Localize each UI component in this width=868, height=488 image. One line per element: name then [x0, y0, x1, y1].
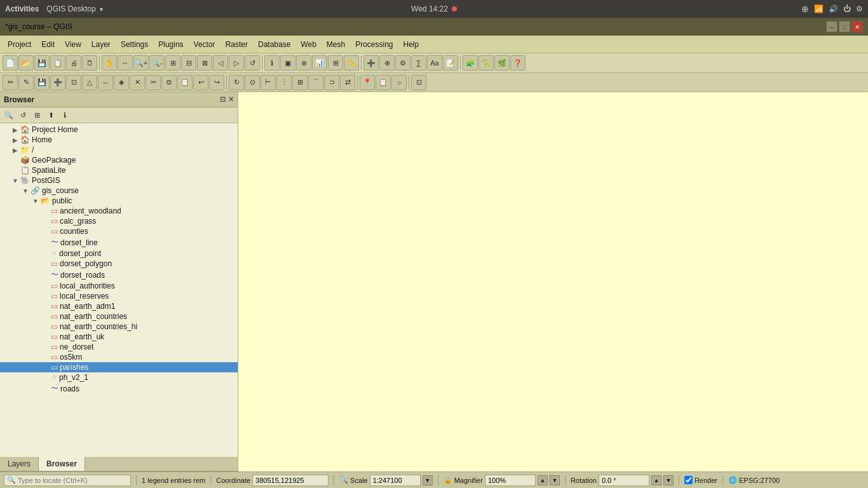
- digitize-shape[interactable]: △: [82, 75, 97, 90]
- refresh-button[interactable]: ↺: [245, 55, 260, 71]
- advanced-digitize-panel[interactable]: ⊡: [411, 75, 426, 90]
- browser-search-icon[interactable]: 🔍: [3, 109, 15, 121]
- rotation-up-btn[interactable]: ▲: [651, 475, 661, 485]
- tree-item-nat-earth-countries[interactable]: ▶ ▭ nat_earth_countries: [0, 311, 238, 322]
- tree-item-dorset-point[interactable]: ▶ ⁘ dorset_point: [0, 248, 238, 259]
- new-project-button[interactable]: 📄: [3, 55, 18, 71]
- menu-database[interactable]: Database: [253, 38, 295, 51]
- tree-item-root[interactable]: ▶ 📁 /: [0, 145, 238, 155]
- copy-features[interactable]: ⧉: [161, 75, 177, 90]
- select-features[interactable]: ▣: [280, 55, 295, 71]
- pan-to-selection[interactable]: ↔: [118, 55, 133, 71]
- save-edits-button[interactable]: 💾: [34, 75, 50, 90]
- menu-processing[interactable]: Processing: [350, 38, 398, 51]
- menu-project[interactable]: Project: [3, 38, 36, 51]
- tree-item-public[interactable]: ▼ 📂 public: [0, 196, 238, 206]
- redo-button[interactable]: ↪: [209, 75, 224, 90]
- map-canvas[interactable]: [238, 92, 868, 471]
- tree-item-home[interactable]: ▶ 🏠 Home: [0, 135, 238, 145]
- panel-dock-icon[interactable]: ⊡: [220, 95, 226, 104]
- open-project-button[interactable]: 📂: [18, 55, 34, 71]
- tree-item-postgis[interactable]: ▼ 🐘 PostGIS: [0, 175, 238, 186]
- power-icon[interactable]: ⏻: [843, 4, 851, 13]
- zoom-in-button[interactable]: 🔍+: [133, 55, 149, 71]
- undo-button[interactable]: ↩: [193, 75, 208, 90]
- zoom-next-button[interactable]: ▷: [229, 55, 244, 71]
- magnifier-up-btn[interactable]: ▲: [538, 475, 548, 485]
- open-field-calculator[interactable]: ⊞: [328, 55, 343, 71]
- volume-icon[interactable]: 🔊: [829, 4, 838, 13]
- add-layer-menu[interactable]: ➕: [363, 55, 379, 71]
- tree-item-nat-earth-countries-hi[interactable]: ▶ ▭ nat_earth_countries_hi: [0, 322, 238, 332]
- pan-tool[interactable]: ✋: [102, 55, 117, 71]
- zoom-full-button[interactable]: ⊞: [165, 55, 180, 71]
- render-checkbox[interactable]: [684, 476, 693, 484]
- zoom-to-layer[interactable]: ⊟: [181, 55, 196, 71]
- menu-edit[interactable]: Edit: [36, 38, 60, 51]
- locate-input[interactable]: [18, 477, 128, 484]
- tree-item-geopackage[interactable]: ▶ 📦 GeoPackage: [0, 155, 238, 165]
- save-as-button[interactable]: 📋: [50, 55, 65, 71]
- tree-item-project-home[interactable]: ▶ 🏠 Project Home: [0, 125, 238, 135]
- browser-collapse-icon[interactable]: ⬆: [44, 109, 57, 121]
- add-record-button[interactable]: ➕: [50, 75, 65, 90]
- layer-properties[interactable]: ⚙: [395, 55, 410, 71]
- tree-item-calc-grass[interactable]: ▶ ▭ calc_grass: [0, 216, 238, 226]
- node-tool[interactable]: ◈: [114, 75, 129, 90]
- reverse-line[interactable]: ⇄: [340, 75, 355, 90]
- browser-refresh-icon[interactable]: ↺: [17, 109, 29, 121]
- deselect-all[interactable]: ⊗: [296, 55, 311, 71]
- label-pin-tool[interactable]: 📍: [360, 75, 375, 90]
- tab-browser[interactable]: Browser: [39, 457, 85, 471]
- tree-item-roads[interactable]: ▶ 〜 roads: [0, 383, 238, 395]
- rotate-point-symbols[interactable]: ↻: [229, 75, 244, 90]
- menu-settings[interactable]: Settings: [116, 38, 153, 51]
- trim-extend[interactable]: ⊢: [261, 75, 276, 90]
- tree-item-parishes[interactable]: ▶ ▭ parishes: [0, 362, 238, 372]
- dropdown-arrow[interactable]: ▾: [100, 6, 103, 13]
- current-edits-button[interactable]: ✏: [3, 75, 18, 90]
- tree-item-local-authorities[interactable]: ▶ ▭ local_authorities: [0, 281, 238, 291]
- menu-web[interactable]: Web: [295, 38, 321, 51]
- label-tool[interactable]: Aa: [427, 55, 442, 71]
- magnifier-down-btn[interactable]: ▼: [550, 475, 560, 485]
- scale-dropdown-btn[interactable]: ▼: [423, 475, 433, 485]
- tree-item-nat-earth-adm1[interactable]: ▶ ▭ nat_earth_adm1: [0, 301, 238, 311]
- zoom-out-button[interactable]: 🔍-: [149, 55, 165, 71]
- tree-item-ne-dorset[interactable]: ▶ ▭ ne_dorset: [0, 342, 238, 352]
- tree-item-counties[interactable]: ▶ ▭ counties: [0, 226, 238, 236]
- menu-raster[interactable]: Raster: [220, 38, 253, 51]
- add-selected-layers[interactable]: ⊕: [379, 55, 395, 71]
- tree-item-ancient-woodland[interactable]: ▶ ▭ ancient_woodland: [0, 206, 238, 216]
- move-feature[interactable]: ↔: [98, 75, 113, 90]
- grass-tools[interactable]: 🌿: [494, 55, 510, 71]
- tree-item-dorset-roads[interactable]: ▶ 〜 dorset_roads: [0, 269, 238, 281]
- identify-features[interactable]: ℹ: [264, 55, 280, 71]
- tree-item-ph-v2-1[interactable]: ▶ ⁘ ph_v2_1: [0, 372, 238, 383]
- tree-item-local-reserves[interactable]: ▶ ▭ local_reserves: [0, 291, 238, 301]
- epsg-status[interactable]: 🌐 EPSG:27700: [728, 476, 780, 484]
- python-console[interactable]: 🐍: [478, 55, 494, 71]
- cut-features[interactable]: ✂: [146, 75, 161, 90]
- statistical-summary[interactable]: ∑: [411, 55, 426, 71]
- merge-features[interactable]: ⊞: [292, 75, 308, 90]
- offset-point-symbols[interactable]: ⊙: [245, 75, 260, 90]
- reshape-features[interactable]: ⌒: [308, 75, 323, 90]
- offset-curve[interactable]: ⊃: [324, 75, 339, 90]
- maximize-button[interactable]: □: [839, 21, 850, 32]
- delete-selected[interactable]: ✕: [130, 75, 145, 90]
- open-form[interactable]: 📋: [376, 75, 391, 90]
- open-attribute-table[interactable]: 📊: [312, 55, 327, 71]
- browser-info-icon[interactable]: ℹ: [58, 109, 71, 121]
- save-project-button[interactable]: 💾: [34, 55, 50, 71]
- zoom-last-button[interactable]: ◁: [213, 55, 228, 71]
- tree-item-dorset-line[interactable]: ▶ 〜 dorset_line: [0, 236, 238, 248]
- browser-filter-icon[interactable]: ⊞: [31, 109, 43, 121]
- zoom-to-selection[interactable]: ⊠: [197, 55, 212, 71]
- panel-close-icon[interactable]: ✕: [228, 95, 234, 104]
- fill-ring-tool[interactable]: ○: [391, 75, 407, 90]
- tree-item-nat-earth-uk[interactable]: ▶ ▭ nat_earth_uk: [0, 332, 238, 342]
- tree-item-spatialite[interactable]: ▶ 📋 SpatiaLite: [0, 165, 238, 175]
- settings-icon[interactable]: ⚙: [856, 4, 863, 13]
- print-layout-button[interactable]: 🖨: [66, 55, 81, 71]
